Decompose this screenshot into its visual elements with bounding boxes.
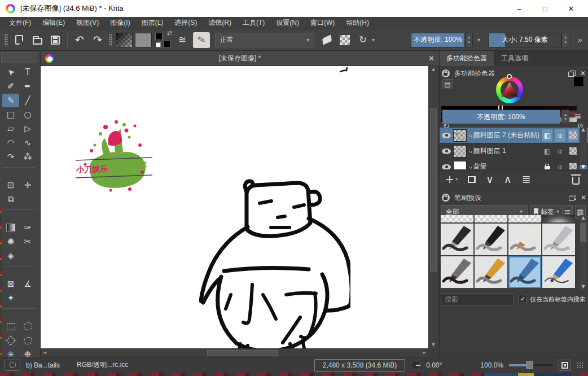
toolbox-header[interactable] bbox=[1, 52, 37, 63]
open-document-button[interactable] bbox=[30, 32, 45, 48]
tool-select-shapes[interactable]: ➤ bbox=[2, 65, 19, 79]
maximize-button[interactable]: □ bbox=[534, 1, 556, 16]
window-resize-grip[interactable] bbox=[577, 362, 583, 369]
tool-enclose-fill[interactable]: ⊠ bbox=[2, 277, 19, 291]
layer-opacity-slider[interactable]: 不透明度: 100% bbox=[442, 110, 560, 124]
move-layer-down-button[interactable]: ∨ bbox=[486, 174, 494, 185]
color-settings-button[interactable]: ▤ bbox=[442, 79, 453, 89]
swap-colors-icon[interactable]: ⇄ bbox=[167, 30, 172, 36]
brush-size-slider[interactable]: 大小: 7.50 像素 bbox=[488, 33, 561, 47]
layer-lock-icon[interactable] bbox=[542, 161, 552, 170]
float-docker-icon[interactable] bbox=[568, 71, 576, 77]
alpha-channel-icon[interactable] bbox=[568, 145, 578, 158]
blending-mode-dropdown[interactable]: 正常 ▾ bbox=[215, 33, 314, 47]
canvas-vertical-scrollbar[interactable]: ▲ ▼ bbox=[428, 66, 438, 348]
layer-visibility-eye-icon[interactable] bbox=[442, 164, 451, 170]
tool-ellipse[interactable]: ○ bbox=[19, 108, 36, 121]
scroll-left-icon[interactable]: ◄ bbox=[41, 351, 49, 355]
menu-item-2[interactable]: 视图(V) bbox=[71, 18, 104, 28]
close-docker-icon[interactable]: ✕ bbox=[580, 70, 586, 77]
opacity-spinbox[interactable]: ▴▾ bbox=[465, 33, 473, 47]
zoom-fit-button[interactable] bbox=[559, 360, 571, 371]
hue-marker[interactable] bbox=[507, 74, 512, 79]
reload-dropdown-arrow[interactable]: ▾ bbox=[372, 37, 375, 43]
tool-rect-select[interactable] bbox=[2, 320, 19, 333]
tool-polygon[interactable]: ▱ bbox=[2, 122, 19, 135]
layer-visibility-eye-icon[interactable] bbox=[442, 148, 451, 154]
brush-preset-partial-3[interactable] bbox=[542, 215, 575, 222]
tool-polyline[interactable]: ▷ bbox=[19, 122, 36, 135]
tool-freehand-brush[interactable]: ✎ bbox=[2, 94, 19, 107]
layer-row-2[interactable]: ⤷背景α bbox=[440, 159, 588, 169]
brush-docker-header[interactable]: 笔刷预设 ✕ bbox=[442, 193, 586, 203]
tool-reference-images[interactable]: ✦ bbox=[2, 291, 19, 305]
tool-move[interactable]: ✛ bbox=[19, 178, 36, 192]
tool-colorize-mask[interactable]: ✺ bbox=[2, 235, 19, 248]
lock-icon[interactable] bbox=[442, 69, 450, 77]
tool-multibrush[interactable]: ⁂ bbox=[19, 150, 36, 164]
opacity-slider[interactable]: 不透明度: 100% bbox=[411, 33, 465, 47]
gradient-swatch-button[interactable] bbox=[116, 33, 133, 47]
brush-preset-partial-1[interactable] bbox=[475, 215, 507, 222]
tool-poly-select[interactable] bbox=[2, 334, 19, 347]
menu-item-8[interactable]: 设置(N) bbox=[270, 18, 305, 28]
preserve-alpha-button[interactable] bbox=[337, 32, 352, 48]
default-colors-swatch[interactable] bbox=[156, 42, 161, 47]
reload-preset-button[interactable]: ↻ bbox=[356, 32, 370, 48]
tool-rectangle[interactable]: □ bbox=[2, 108, 19, 121]
menu-item-3[interactable]: 图像(I) bbox=[104, 18, 135, 28]
current-color-swatch[interactable] bbox=[574, 77, 583, 86]
undo-button[interactable]: ↶ bbox=[72, 32, 87, 48]
duplicate-layer-button[interactable] bbox=[468, 176, 476, 183]
canvas-rotation-dial[interactable] bbox=[411, 360, 420, 370]
brush-preset-partial-0[interactable] bbox=[441, 215, 473, 222]
brush-scroll-thumb[interactable] bbox=[580, 223, 586, 242]
layer-visibility-eye-icon[interactable] bbox=[442, 133, 451, 138]
background-color-swatch[interactable] bbox=[164, 41, 171, 48]
scroll-down-icon[interactable]: ▼ bbox=[429, 343, 438, 347]
tab-advanced-color-selector[interactable]: 多功能拾色器 bbox=[440, 51, 494, 66]
move-layer-up-button[interactable]: ∧ bbox=[504, 174, 512, 185]
layer-thumbnail[interactable] bbox=[453, 129, 467, 142]
tool-edit-shapes[interactable]: ✐ bbox=[2, 80, 19, 93]
foreground-background-colors[interactable]: ⇄ bbox=[155, 32, 171, 48]
tool-measure[interactable]: ∡ bbox=[19, 277, 36, 291]
toolbar-grip[interactable] bbox=[5, 34, 8, 46]
tool-line[interactable]: ╱ bbox=[19, 94, 36, 107]
new-document-button[interactable] bbox=[12, 32, 27, 48]
brush-preset-pen-silver[interactable] bbox=[542, 224, 575, 255]
menu-item-1[interactable]: 编辑(E) bbox=[37, 18, 71, 28]
close-button[interactable]: ✕ bbox=[560, 1, 582, 16]
brush-preset-paintbrush-orange[interactable] bbox=[475, 256, 507, 288]
minimize-button[interactable]: – bbox=[508, 1, 530, 16]
brush-preset-partial-2[interactable] bbox=[508, 215, 541, 222]
layer-thumbnail[interactable] bbox=[453, 145, 467, 158]
layer-row-1[interactable]: ⤷颜料图层 1◧α bbox=[440, 143, 588, 159]
alpha-channel-icon[interactable] bbox=[568, 161, 578, 170]
brush-editor-button[interactable]: ✎ bbox=[193, 32, 210, 48]
brush-preset-watercolor-blue[interactable] bbox=[508, 256, 541, 288]
delete-layer-button[interactable] bbox=[572, 177, 580, 185]
canvas-horizontal-scrollbar[interactable]: ◄ ► bbox=[41, 348, 428, 357]
layer-list-scrollbar[interactable]: ▲ ▼ bbox=[580, 128, 587, 169]
pattern-swatch-button[interactable] bbox=[135, 33, 152, 47]
brush-grid-scrollbar[interactable]: ▲ ▼ bbox=[580, 215, 587, 290]
tool-smart-patch[interactable]: ✂ bbox=[19, 235, 36, 248]
layer-thumbnail[interactable] bbox=[453, 161, 467, 170]
tool-text[interactable]: T bbox=[19, 65, 36, 79]
close-docker-icon[interactable]: ✕ bbox=[581, 194, 586, 201]
layer-row-0[interactable]: ⤷颜料图层 2 (来自粘贴)◧α bbox=[440, 128, 588, 143]
tool-fill[interactable]: ◈ bbox=[2, 249, 19, 263]
layer-opacity-spinbox[interactable]: ▴▾ bbox=[561, 110, 569, 124]
foreground-color-swatch[interactable] bbox=[155, 33, 163, 40]
eraser-mode-button[interactable] bbox=[319, 32, 334, 48]
alpha-lock-icon[interactable]: α bbox=[555, 161, 565, 170]
brush-option-widget-button[interactable]: ≋ bbox=[175, 32, 190, 48]
canvas-close-icon[interactable]: ✕ bbox=[428, 55, 435, 62]
menu-item-4[interactable]: 图层(L) bbox=[136, 18, 169, 28]
tab-tool-options[interactable]: 工具选项 bbox=[494, 51, 536, 66]
menu-item-5[interactable]: 选择(S) bbox=[169, 18, 203, 28]
selection-display-button[interactable] bbox=[5, 360, 20, 371]
brush-preset-paintbrush-dark[interactable] bbox=[441, 256, 473, 288]
tool-ellipse-select[interactable] bbox=[19, 320, 36, 333]
